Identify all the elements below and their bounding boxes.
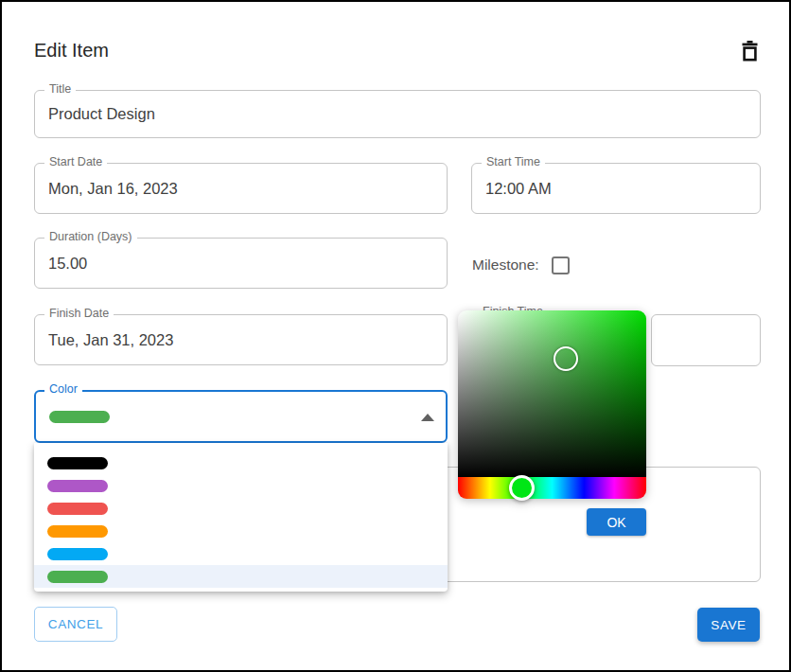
milestone-row: Milestone: (472, 254, 570, 276)
duration-value: 15.00 (35, 239, 447, 288)
color-option[interactable] (34, 474, 448, 497)
edit-item-dialog: Edit Item Title Product Design Start Dat… (0, 0, 791, 672)
dialog-title: Edit Item (34, 40, 109, 62)
save-button[interactable]: SAVE (697, 608, 760, 642)
color-dropdown-menu (34, 443, 448, 592)
title-field-value: Product Design (35, 91, 760, 137)
start-time-field[interactable]: Start Time 12:00 AM (471, 163, 761, 214)
selected-color-swatch (49, 411, 110, 423)
cancel-button[interactable]: CANCEL (34, 607, 117, 642)
color-select-label: Color (44, 382, 82, 396)
saturation-value-area[interactable] (458, 310, 646, 477)
color-option[interactable] (34, 520, 448, 542)
hue-slider-thumb[interactable] (509, 475, 535, 501)
finish-time-field[interactable] (651, 314, 761, 366)
finish-time-value (652, 315, 760, 365)
hue-slider[interactable] (458, 477, 646, 499)
ok-button[interactable]: OK (587, 508, 646, 536)
milestone-checkbox[interactable] (552, 256, 570, 274)
color-swatch (47, 548, 108, 560)
start-date-value: Mon, Jan 16, 2023 (35, 164, 447, 213)
color-option[interactable] (34, 565, 448, 588)
color-picker-popup (458, 310, 646, 499)
color-swatch (47, 525, 108, 538)
saturation-value-selector[interactable] (554, 346, 578, 371)
finish-date-value: Tue, Jan 31, 2023 (35, 315, 447, 364)
color-option[interactable] (34, 542, 448, 565)
finish-date-field[interactable]: Finish Date Tue, Jan 31, 2023 (34, 314, 448, 365)
color-swatch (47, 457, 108, 469)
color-swatch (47, 480, 108, 492)
color-option[interactable] (34, 497, 448, 520)
start-time-value: 12:00 AM (472, 164, 760, 213)
color-swatch (47, 503, 108, 515)
color-select[interactable]: Color (34, 390, 448, 443)
color-swatch (47, 571, 108, 583)
delete-button[interactable] (737, 38, 762, 62)
trash-icon (740, 40, 760, 62)
duration-field[interactable]: Duration (Days) 15.00 (34, 238, 448, 289)
chevron-up-icon (421, 414, 434, 421)
title-field[interactable]: Title Product Design (34, 90, 761, 138)
color-option[interactable] (34, 451, 448, 474)
start-date-field[interactable]: Start Date Mon, Jan 16, 2023 (34, 163, 448, 214)
milestone-label: Milestone: (472, 256, 539, 274)
